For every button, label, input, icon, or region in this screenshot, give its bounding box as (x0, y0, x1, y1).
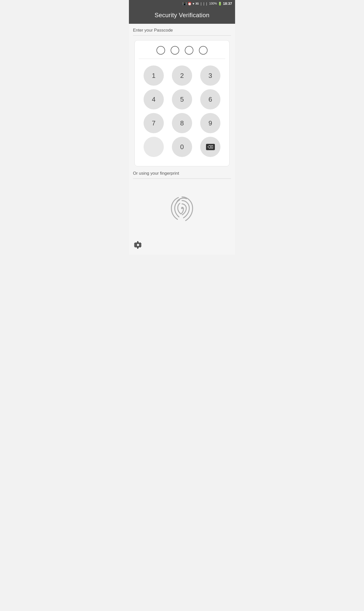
status-time: 18:37 (223, 2, 232, 6)
key-6[interactable]: 6 (200, 89, 220, 109)
passcode-dot-2 (171, 46, 179, 55)
svg-point-0 (181, 207, 183, 209)
fingerprint-icon-wrap[interactable] (133, 179, 231, 237)
key-0[interactable]: 0 (172, 137, 192, 157)
status-bar: 📳 ⏰ ▾ 3G ❘❘❘ 100% 🔋 18:37 (129, 0, 235, 7)
key-5[interactable]: 5 (172, 89, 192, 109)
app-header: Security Verification (129, 7, 235, 24)
passcode-section: Enter your Passcode 1 2 3 4 5 6 7 8 9 (129, 24, 235, 166)
passcode-dot-3 (185, 46, 193, 55)
vibrate-icon: 📳 (183, 2, 187, 6)
settings-button[interactable] (134, 241, 142, 251)
number-grid: 1 2 3 4 5 6 7 8 9 0 ⌫ (139, 63, 225, 159)
fingerprint-label: Or using your fingerprint (133, 171, 231, 179)
fingerprint-section: Or using your fingerprint (129, 171, 235, 237)
signal-icon: ❘❘❘ (200, 2, 208, 6)
key-backspace[interactable]: ⌫ (200, 137, 220, 157)
battery-icon: 🔋 (218, 2, 222, 6)
key-7[interactable]: 7 (144, 113, 164, 133)
key-9[interactable]: 9 (200, 113, 220, 133)
passcode-label: Enter your Passcode (133, 28, 231, 36)
battery-percent: 100% (209, 2, 217, 5)
key-3[interactable]: 3 (200, 65, 220, 86)
main-content: Enter your Passcode 1 2 3 4 5 6 7 8 9 (129, 24, 235, 237)
key-8[interactable]: 8 (172, 113, 192, 133)
svg-point-2 (137, 244, 139, 246)
gear-icon (134, 241, 142, 249)
passcode-dots (139, 46, 225, 59)
backspace-icon: ⌫ (206, 144, 215, 150)
key-empty (144, 137, 164, 157)
wifi-icon: ▾ (193, 2, 194, 6)
alarm-icon: ⏰ (188, 2, 192, 6)
status-icons: 📳 ⏰ ▾ 3G ❘❘❘ 100% 🔋 18:37 (183, 2, 232, 6)
key-4[interactable]: 4 (144, 89, 164, 109)
key-1[interactable]: 1 (144, 65, 164, 86)
3g-label: 3G (195, 2, 199, 5)
bottom-bar (129, 237, 235, 255)
keypad-card: 1 2 3 4 5 6 7 8 9 0 ⌫ (134, 40, 230, 166)
fingerprint-icon (167, 194, 197, 224)
key-2[interactable]: 2 (172, 65, 192, 86)
page-title: Security Verification (133, 12, 231, 19)
passcode-dot-4 (199, 46, 208, 55)
passcode-dot-1 (156, 46, 165, 55)
